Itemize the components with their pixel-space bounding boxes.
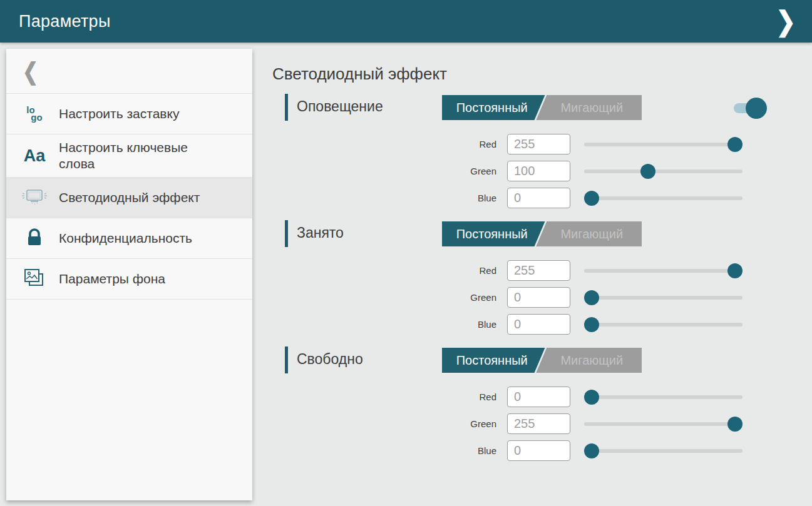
channel-label: Green — [285, 166, 496, 176]
section-busy: Занято Постоянный Мигающий Red Green — [285, 220, 812, 335]
slider-track[interactable] — [584, 143, 743, 146]
led-effect-panel: Светодиодный эффект Оповещение Постоянны… — [252, 43, 812, 506]
slider-track[interactable] — [584, 296, 743, 300]
slider-track[interactable] — [584, 170, 743, 173]
channel-row-blue: Blue — [285, 187, 812, 209]
channel-label: Blue — [285, 193, 496, 203]
sidebar-item-splash-screen[interactable]: logo Настроить заставку — [6, 94, 252, 134]
red-value-input[interactable] — [507, 134, 570, 154]
channel-label: Red — [285, 139, 496, 149]
mode-segmented-control: Постоянный Мигающий — [442, 95, 642, 120]
slider-track[interactable] — [584, 196, 743, 200]
mode-segmented-control: Постоянный Мигающий — [442, 221, 642, 246]
channel-row-red: Red — [285, 260, 812, 281]
mode-option-constant[interactable]: Постоянный — [442, 95, 542, 120]
red-slider — [584, 137, 743, 152]
mode-option-blinking[interactable]: Мигающий — [542, 348, 642, 373]
sidebar-item-label: Светодиодный эффект — [59, 190, 200, 206]
blue-slider — [584, 443, 743, 458]
logo-icon: logo — [19, 106, 50, 121]
blue-value-input[interactable] — [507, 440, 570, 461]
slider-thumb[interactable] — [584, 390, 599, 405]
mode-option-blinking[interactable]: Мигающий — [542, 221, 642, 246]
red-slider — [584, 263, 743, 278]
sidebar-item-label: Настроить заставку — [59, 106, 179, 122]
slider-thumb[interactable] — [584, 317, 599, 332]
app-header: Параметры ❯ — [0, 0, 812, 43]
slider-track[interactable] — [584, 449, 743, 453]
channel-label: Blue — [285, 445, 496, 456]
channel-row-red: Red — [285, 386, 812, 408]
section-free: Свободно Постоянный Мигающий Red Green — [285, 347, 812, 462]
slider-track[interactable] — [584, 269, 743, 273]
sidebar-item-background[interactable]: Параметры фона — [6, 259, 252, 300]
blue-value-input[interactable] — [507, 188, 570, 208]
channel-row-green: Green — [285, 160, 812, 182]
slider-thumb[interactable] — [584, 191, 599, 206]
section-title: Свободно — [297, 351, 363, 368]
channel-row-blue: Blue — [285, 313, 812, 335]
channel-row-red: Red — [285, 133, 812, 155]
green-value-input[interactable] — [507, 287, 570, 308]
red-slider — [584, 390, 743, 405]
red-value-input[interactable] — [507, 260, 570, 281]
chevron-left-icon: ❮ — [23, 58, 38, 85]
toggle-knob — [746, 98, 767, 119]
channel-label: Red — [285, 392, 496, 402]
led-enabled-toggle[interactable] — [734, 97, 769, 119]
settings-sidebar: ❮ logo Настроить заставку Aa Настроить к… — [6, 49, 252, 500]
slider-thumb[interactable] — [727, 263, 743, 278]
channel-row-green: Green — [285, 413, 812, 435]
background-images-icon — [19, 266, 50, 292]
mode-option-blinking[interactable]: Мигающий — [542, 95, 642, 120]
sidebar-item-privacy[interactable]: Конфиденциальность — [6, 218, 252, 259]
section-title: Занято — [297, 225, 344, 241]
channel-label: Green — [285, 418, 496, 429]
mode-option-constant[interactable]: Постоянный — [442, 348, 542, 373]
mode-segmented-control: Постоянный Мигающий — [442, 348, 642, 373]
slider-thumb[interactable] — [727, 417, 743, 432]
sidebar-item-label: Параметры фона — [59, 271, 165, 287]
blue-slider — [584, 191, 743, 206]
channel-row-blue: Blue — [285, 440, 812, 462]
accent-bar — [285, 94, 288, 121]
red-value-input[interactable] — [507, 387, 570, 407]
green-value-input[interactable] — [507, 161, 570, 181]
section-title: Оповещение — [297, 98, 383, 115]
sidebar-item-led-effect[interactable]: Светодиодный эффект — [6, 178, 252, 218]
blue-value-input[interactable] — [507, 314, 570, 335]
channel-label: Green — [285, 292, 496, 303]
chevron-right-icon[interactable]: ❯ — [776, 8, 796, 35]
accent-bar — [285, 220, 288, 247]
mode-option-constant[interactable]: Постоянный — [442, 221, 542, 246]
keywords-icon: Aa — [19, 146, 50, 166]
channel-label: Blue — [285, 319, 496, 330]
accent-bar — [285, 347, 288, 373]
sidebar-back-button[interactable]: ❮ — [6, 49, 252, 94]
sidebar-item-label: Конфиденциальность — [59, 230, 192, 246]
slider-thumb[interactable] — [584, 443, 599, 458]
lock-icon — [19, 227, 50, 250]
section-notification: Оповещение Постоянный Мигающий Red Green — [285, 94, 812, 209]
slider-thumb[interactable] — [727, 137, 743, 152]
slider-thumb[interactable] — [584, 290, 599, 305]
green-slider — [584, 417, 743, 432]
blue-slider — [584, 317, 743, 332]
page-title: Параметры — [19, 12, 111, 31]
green-slider — [584, 164, 743, 179]
sidebar-item-label: Настроить ключевые слова — [59, 139, 209, 172]
green-slider — [584, 290, 743, 305]
slider-track[interactable] — [584, 323, 743, 326]
sidebar-item-keywords[interactable]: Aa Настроить ключевые слова — [6, 134, 252, 178]
slider-track[interactable] — [584, 395, 743, 399]
led-screen-icon — [19, 186, 50, 210]
slider-track[interactable] — [584, 422, 743, 426]
green-value-input[interactable] — [507, 413, 570, 434]
panel-title: Светодиодный эффект — [272, 64, 447, 84]
slider-thumb[interactable] — [640, 164, 655, 179]
channel-row-green: Green — [285, 286, 812, 308]
channel-label: Red — [285, 265, 496, 276]
